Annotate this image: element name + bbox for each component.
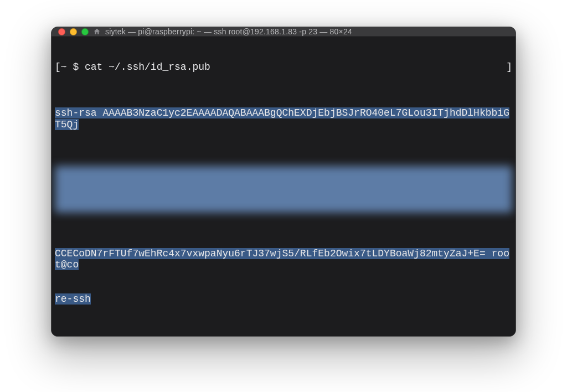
prompt-open: [~ $ (55, 61, 85, 73)
zoom-icon[interactable] (81, 28, 89, 35)
terminal-body[interactable]: [~ $ cat ~/.ssh/id_rsa.pub] ssh-rsa AAAA… (51, 37, 516, 337)
home-icon (93, 28, 101, 35)
ssh-key-end-2: re-ssh (55, 293, 91, 305)
titlebar[interactable]: siytek — pi@raspberrypi: ~ — ssh root@19… (51, 27, 516, 37)
prompt-close: ] (506, 61, 512, 73)
command-text: cat ~/.ssh/id_rsa.pub (85, 61, 210, 73)
command-line: [~ $ cat ~/.ssh/id_rsa.pub] (55, 61, 512, 73)
close-icon[interactable] (58, 28, 65, 35)
ssh-key-end-1: CCECoDN7rFTUf7wEhRc4x7vxwpaNyu6rTJ37wjS5… (55, 248, 509, 271)
window-title-wrap: siytek — pi@raspberrypi: ~ — ssh root@19… (93, 27, 352, 36)
key-line-last-2: re-ssh (55, 293, 512, 305)
minimize-icon[interactable] (70, 28, 77, 35)
window-title: siytek — pi@raspberrypi: ~ — ssh root@19… (105, 27, 352, 36)
terminal-window: siytek — pi@raspberrypi: ~ — ssh root@19… (51, 27, 516, 337)
traffic-lights (58, 28, 89, 35)
ssh-key-start: ssh-rsa AAAAB3NzaC1yc2EAAAADAQABAAABgQCh… (55, 107, 509, 130)
key-line-last-1: CCECoDN7rFTUf7wEhRc4x7vxwpaNyu6rTJ37wjS5… (55, 248, 512, 271)
key-line-first: ssh-rsa AAAAB3NzaC1yc2EAAAADAQABAAABgQCh… (55, 107, 512, 130)
ssh-key-blurred (55, 166, 512, 213)
